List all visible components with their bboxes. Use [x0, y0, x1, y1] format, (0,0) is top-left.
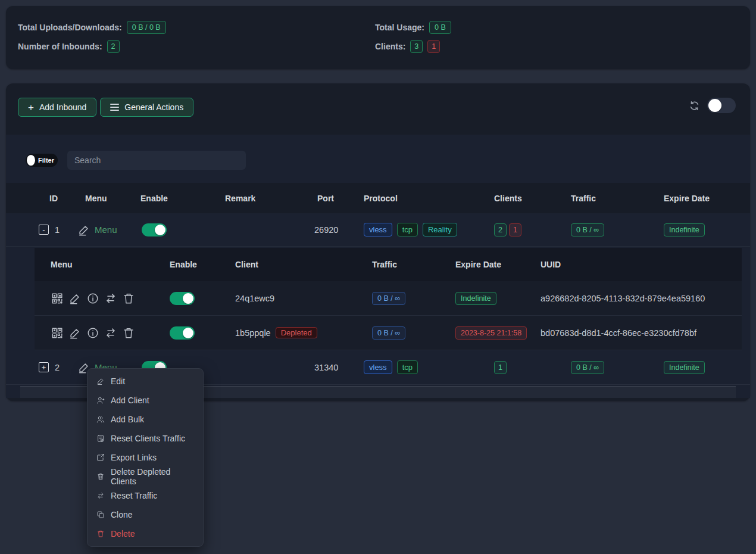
filter-row: Filter: [6, 151, 750, 170]
depleted-badge: Depleted: [276, 327, 317, 338]
add-inbound-button[interactable]: + Add Inbound: [18, 98, 96, 117]
expire-badge: Indefinite: [664, 223, 705, 236]
trash-icon[interactable]: [122, 292, 135, 305]
menu-item-add-client[interactable]: Add Client: [88, 391, 203, 410]
inbound-id: 2: [55, 363, 60, 372]
clients-active-badge: 2: [494, 223, 507, 236]
usage-value-badge: 0 B: [429, 21, 451, 34]
col-header-traffic: Traffic: [571, 194, 664, 203]
stat-total-usage: Total Usage: 0 B: [375, 18, 738, 37]
search-input[interactable]: [67, 151, 246, 170]
hamburger-icon: [110, 104, 119, 111]
clients-active-badge: 1: [494, 361, 507, 374]
edit-pencil-icon[interactable]: [68, 326, 82, 340]
col-header-client-traffic: Traffic: [372, 260, 455, 269]
menu-item-delete[interactable]: Delete: [88, 524, 203, 543]
expire-badge: Indefinite: [664, 361, 705, 374]
client-enable-toggle[interactable]: [170, 326, 195, 340]
menu-item-reset-clients-traffic[interactable]: Reset Clients Traffic: [88, 429, 203, 448]
client-table: Menu Enable Client Traffic Expire Date U…: [35, 248, 742, 350]
col-header-client-uuid: UUID: [541, 260, 742, 269]
col-header-expire: Expire Date: [664, 194, 732, 203]
client-name: 24q1ewc9: [235, 294, 372, 303]
expand-row-button[interactable]: +: [39, 362, 49, 372]
users-add-icon: [96, 415, 105, 424]
menu-item-add-bulk[interactable]: Add Bulk: [88, 410, 203, 429]
toggle-knob: [708, 99, 721, 112]
export-icon: [96, 453, 105, 462]
col-header-protocol: Protocol: [364, 194, 494, 203]
col-header-enable: Enable: [135, 194, 219, 203]
col-header-port: Port: [311, 194, 364, 203]
reset-traffic-icon[interactable]: [104, 292, 117, 305]
toggle-knob: [183, 293, 193, 304]
client-expire-badge: Indefinite: [455, 292, 496, 305]
inbound-port: 26920: [311, 225, 364, 235]
trash-icon[interactable]: [122, 326, 135, 340]
plus-icon: +: [28, 102, 34, 113]
filter-knob: [27, 155, 35, 166]
edit-pencil-icon[interactable]: [68, 292, 82, 305]
client-row-2: 1b5ppqle Depleted 0 B / ∞ 2023-8-25 21:1…: [35, 316, 742, 350]
protocol-tag-tcp: tcp: [397, 223, 418, 236]
menu-item-label: Add Client: [111, 396, 149, 405]
clone-icon: [96, 511, 105, 519]
edit-pencil-icon: [96, 377, 105, 385]
menu-item-label: Reset Clients Traffic: [111, 434, 185, 443]
dark-mode-toggle[interactable]: [707, 98, 736, 113]
reset-traffic-icon[interactable]: [104, 326, 117, 340]
protocol-tag-vless: vless: [364, 360, 392, 374]
menu-item-label: Delete: [111, 529, 135, 539]
toggle-knob: [155, 225, 165, 235]
inbounds-value-badge: 2: [107, 40, 120, 53]
menu-item-label: Export Links: [111, 453, 157, 462]
user-add-icon: [96, 396, 105, 404]
menu-item-label: Delete Depleted Clients: [111, 467, 196, 486]
uploads-value-badge: 0 B / 0 B: [127, 21, 166, 34]
menu-item-label: Add Bulk: [111, 415, 144, 424]
qr-code-icon[interactable]: [51, 326, 64, 340]
collapse-row-button[interactable]: -: [39, 225, 49, 235]
inbound-enable-toggle[interactable]: [142, 223, 167, 236]
client-expire-badge: 2023-8-25 21:1:58: [455, 326, 527, 340]
toolbar: + Add Inbound General Actions: [6, 83, 750, 125]
client-enable-toggle[interactable]: [170, 292, 195, 305]
inbound-menu-trigger[interactable]: Menu: [77, 223, 135, 236]
col-header-client-menu: Menu: [35, 260, 170, 269]
clients-active-badge: 3: [410, 40, 423, 53]
inbound-row-1: - 1 Menu 26920 vless tcp Reality 2 1 0 B: [6, 213, 750, 247]
client-table-header: Menu Enable Client Traffic Expire Date U…: [35, 248, 742, 281]
menu-item-label: Clone: [111, 510, 133, 519]
toggle-knob: [183, 328, 193, 338]
info-icon[interactable]: [86, 292, 99, 305]
stat-uploads-downloads: Total Uploads/Downloads: 0 B / 0 B: [18, 18, 375, 37]
col-header-client-enable: Enable: [170, 260, 235, 269]
inbound-menu-label: Menu: [95, 225, 117, 235]
menu-item-export-links[interactable]: Export Links: [88, 448, 203, 467]
edit-pencil-icon: [77, 223, 90, 236]
general-actions-button[interactable]: General Actions: [100, 98, 193, 117]
menu-item-label: Reset Traffic: [111, 491, 157, 500]
refresh-icon[interactable]: [689, 100, 700, 111]
menu-item-delete-depleted-clients[interactable]: Delete Depleted Clients: [88, 467, 203, 486]
client-uuid: bd07683d-d8d1-4ccf-86ec-e3230cfd78bf: [541, 328, 742, 338]
menu-item-edit[interactable]: Edit: [88, 372, 203, 391]
stat-inbounds-count: Number of Inbounds: 2: [18, 37, 375, 56]
menu-item-clone[interactable]: Clone: [88, 505, 203, 524]
inbounds-label: Number of Inbounds:: [18, 42, 102, 51]
inbound-context-menu: Edit Add Client Add Bulk Reset Clients T…: [87, 368, 204, 547]
inbounds-table-header: ID Menu Enable Remark Port Protocol Clie…: [6, 183, 750, 213]
clients-depleted-badge: 1: [427, 40, 440, 53]
protocol-tag-vless: vless: [364, 223, 392, 236]
client-traffic-badge: 0 B / ∞: [372, 292, 405, 305]
filter-toggle[interactable]: Filter: [26, 154, 58, 167]
info-icon[interactable]: [86, 326, 99, 340]
inbound-port: 31340: [311, 363, 364, 372]
qr-code-icon[interactable]: [51, 292, 64, 305]
menu-item-reset-traffic[interactable]: Reset Traffic: [88, 486, 203, 505]
add-inbound-label: Add Inbound: [39, 102, 86, 112]
table-section: Filter ID Menu Enable Remark Port Protoc…: [6, 135, 750, 398]
client-traffic-badge: 0 B / ∞: [372, 326, 405, 340]
client-row-1: 24q1ewc9 0 B / ∞ Indefinite a926682d-820…: [35, 281, 742, 316]
client-uuid: a926682d-8205-4113-832d-879e4ea59160: [541, 294, 742, 303]
